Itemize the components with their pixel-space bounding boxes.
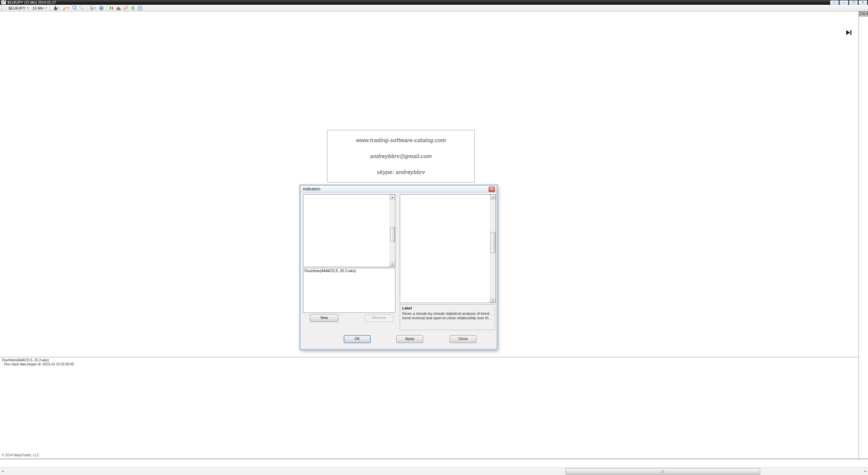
new-button[interactable]: New [310,314,338,322]
scroll-down-icon[interactable]: ▼ [490,298,495,303]
toolbar-grip[interactable] [1,6,3,11]
grid-scrollbar[interactable]: ▲ ▼ [490,195,495,303]
instrument-label: $EURJPY [8,6,25,10]
dialog-title: Indicators [303,187,320,191]
scroll-left-icon[interactable]: ◄ [1,470,4,473]
minimize-button[interactable]: — [840,0,848,5]
dialog-close-icon[interactable]: ✕ [489,187,495,192]
property-description: Label Gives a minute-by-minute statistic… [400,304,495,330]
window-controls: L — ❐ ✕ [830,0,867,5]
data-grid-icon[interactable] [136,5,143,11]
bars-glyph [54,6,57,10]
interval-dropdown[interactable]: 15 Min▼ [31,5,49,11]
copyright-text: © 2014 NinjaTrader, LLC [2,453,39,457]
separator [106,6,106,11]
ninjatrader-chart-window: $EURJPY (15 Min) 2014-01-27 L — ❐ ✕ $EUR… [0,0,868,475]
indicator-panel-title: FluxHisto(AMACD,5, 20 2-wks) [2,358,49,362]
chart-style-icon[interactable]: ▼ [52,5,61,11]
link-button[interactable]: L [830,0,839,5]
watermark-line-1: www.trading-software-catalog.com [356,137,446,144]
vendor-watermark: www.trading-software-catalog.com andreyb… [327,130,475,183]
close-button[interactable]: ✕ [859,0,867,5]
remove-button[interactable]: Remove [365,314,393,322]
chevron-down-icon: ▼ [67,7,70,9]
window-titlebar[interactable]: $EURJPY (15 Min) 2014-01-27 L — ❐ ✕ [0,0,868,5]
list-scrollbar[interactable]: ▲ ▼ [390,195,395,267]
svg-text:+: + [75,5,77,8]
cursor-icon[interactable]: ▼ [88,5,98,11]
horizontal-scrollbar[interactable]: ◄ ► [0,467,868,475]
scroll-up-icon[interactable]: ▲ [390,195,395,200]
window-title: $EURJPY (15 Min) 2014-01-27 [7,1,56,4]
close-dialog-button[interactable]: Close [450,335,476,343]
ok-button[interactable]: OK [344,335,371,343]
property-grid[interactable]: ▲ ▼ [400,194,496,303]
separator [86,6,87,11]
applied-indicator-item[interactable]: FluxHisto(AMACD,5, 20 2-wks) [303,268,395,273]
watermark-line-2: andreybbrv@gmail.com [370,153,432,159]
go-to-last-bar-icon[interactable] [846,30,851,35]
chevron-down-icon: ▼ [94,7,96,9]
indicator-panel-subtitle: Flux input data began at: 2013-12-10 03:… [4,362,74,366]
chevron-down-icon: ▼ [27,7,29,9]
play-triangle [846,30,850,35]
separator [5,6,5,11]
dollar-icon[interactable]: $ [129,5,136,11]
date-axis[interactable] [0,459,868,467]
apply-button[interactable]: Apply [396,335,423,343]
restore-button[interactable]: ❐ [849,0,858,5]
candles-icon[interactable] [108,5,115,11]
volume-histogram-icon[interactable] [115,5,122,11]
zoom-out-icon[interactable] [78,5,85,11]
indicator-listbox[interactable]: ▲ ▼ [303,194,395,267]
applied-indicators-listbox[interactable]: FluxHisto(AMACD,5, 20 2-wks) [303,268,395,313]
fluxhisto-panel[interactable]: FluxHisto(AMACD,5, 20 2-wks) Flux input … [0,357,859,459]
thumb-grip [662,470,664,473]
histogram-plot [0,357,859,459]
instrument-dropdown[interactable]: $EURJPY▼ [7,5,31,11]
line-chart-icon[interactable] [122,5,129,11]
zoom-in-icon[interactable]: + [71,5,78,11]
svg-text:$: $ [132,6,134,10]
last-price-marker: 139,88 [859,11,868,16]
list-scroll-thumb[interactable] [390,227,395,242]
chevron-down-icon: ▼ [57,7,59,9]
description-text: Gives a minute-by-minute statistical ana… [402,311,493,320]
watermark-line-3: skype: andreybbrv [377,169,425,175]
description-heading: Label [402,306,493,310]
scrollbar-thumb[interactable] [566,468,760,475]
interval-label: 15 Min [32,6,43,10]
chevron-down-icon: ▼ [45,7,47,9]
scroll-up-icon[interactable]: ▲ [490,195,495,200]
chart-toolbar: $EURJPY▼ 15 Min▼ ▼ ▼ + ▼ $ [0,5,868,12]
globe-icon[interactable] [98,5,105,11]
play-bar [850,30,851,35]
grid-scroll-thumb[interactable] [491,232,495,253]
scroll-right-icon[interactable]: ► [864,470,867,473]
pencil-icon[interactable]: ▼ [61,5,71,11]
price-axis[interactable]: 139,88 [859,11,868,459]
separator [50,6,51,11]
indicators-dialog[interactable]: Indicators ✕ ▲ ▼ FluxHisto(AMACD,5, 20 2… [300,185,497,349]
app-icon [1,0,6,4]
dialog-titlebar[interactable]: Indicators ✕ [300,186,497,193]
scroll-down-icon[interactable]: ▼ [390,262,395,267]
